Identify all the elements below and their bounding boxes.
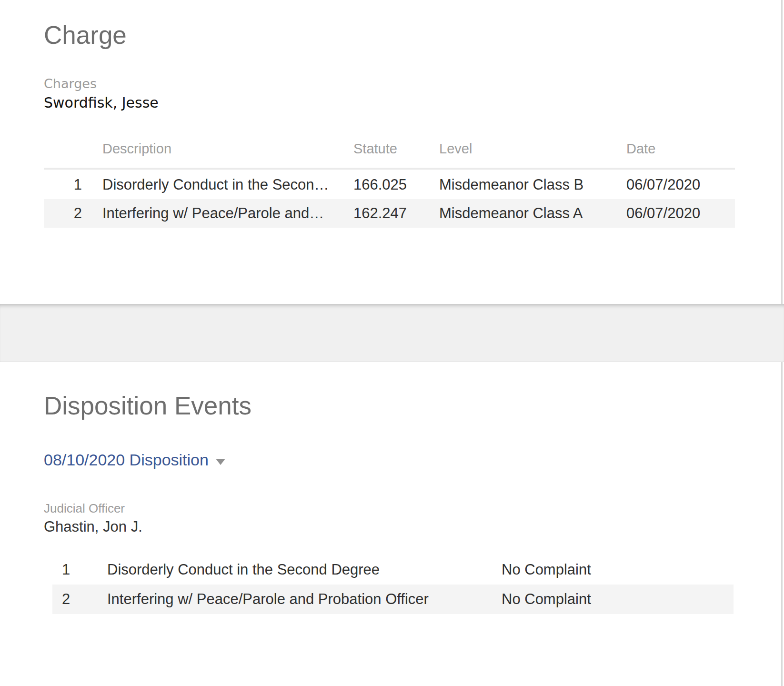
- charge-row: 1 Disorderly Conduct in the Secon… 166.0…: [44, 171, 735, 199]
- charge-card-title: Charge: [44, 21, 127, 49]
- column-header-description: Description: [102, 141, 171, 157]
- charge-row-number: 1: [44, 171, 82, 199]
- disposition-events-title: Disposition Events: [44, 392, 251, 420]
- disposition-row-description: Interfering w/ Peace/Parole and Probatio…: [107, 585, 429, 614]
- table-header-divider: [44, 168, 735, 170]
- charge-row-description: Interfering w/ Peace/Parole and…: [102, 199, 324, 228]
- charges-label: Charges: [44, 76, 97, 91]
- disposition-row-number: 2: [62, 585, 70, 614]
- charge-card: Charge Charges Swordfisk, Jesse Descript…: [0, 0, 783, 304]
- disposition-row-outcome: No Complaint: [502, 555, 591, 585]
- section-gap: [0, 304, 784, 362]
- disposition-row: 1 Disorderly Conduct in the Second Degre…: [52, 555, 734, 585]
- column-header-date: Date: [626, 141, 655, 157]
- defendant-name: Swordfisk, Jesse: [44, 94, 159, 111]
- disposition-row-outcome: No Complaint: [502, 585, 591, 614]
- judicial-officer-label: Judicial Officer: [44, 501, 125, 516]
- charge-row-date: 06/07/2020: [626, 171, 700, 199]
- charge-row-level: Misdemeanor Class A: [439, 199, 583, 228]
- judicial-officer-name: Ghastin, Jon J.: [44, 518, 142, 535]
- disposition-events-card: Disposition Events 08/10/2020 Dispositio…: [0, 362, 783, 686]
- charge-row: 2 Interfering w/ Peace/Parole and… 162.2…: [44, 199, 735, 228]
- charge-row-statute: 162.247: [353, 199, 407, 228]
- charge-row-number: 2: [44, 199, 82, 228]
- column-header-statute: Statute: [353, 141, 397, 157]
- disposition-event-link[interactable]: 08/10/2020 Disposition: [44, 451, 225, 469]
- disposition-row-description: Disorderly Conduct in the Second Degree: [107, 555, 380, 585]
- charge-row-level: Misdemeanor Class B: [439, 171, 583, 199]
- charge-row-date: 06/07/2020: [626, 199, 700, 228]
- column-header-level: Level: [439, 141, 472, 157]
- charge-row-statute: 166.025: [353, 171, 407, 199]
- caret-down-icon: [216, 459, 225, 465]
- disposition-row-number: 1: [62, 555, 70, 585]
- disposition-row: 2 Interfering w/ Peace/Parole and Probat…: [52, 585, 734, 614]
- disposition-event-link-label: 08/10/2020 Disposition: [44, 451, 209, 469]
- charge-row-description: Disorderly Conduct in the Secon…: [102, 171, 329, 199]
